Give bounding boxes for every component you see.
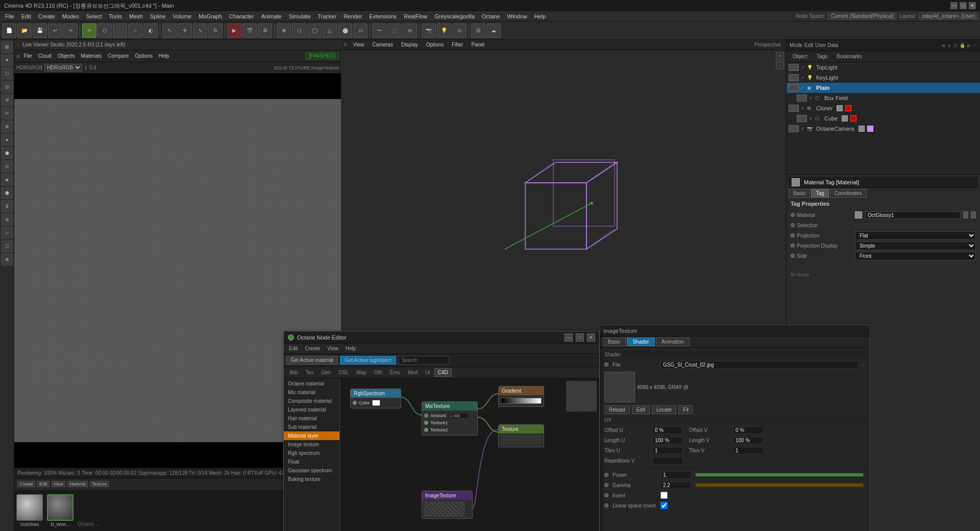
target-btn[interactable]: ⊙ bbox=[452, 23, 467, 38]
vp-zoom-in[interactable]: + bbox=[776, 52, 784, 60]
tab-ui[interactable]: Ui bbox=[422, 368, 433, 377]
oct-linear-check[interactable] bbox=[660, 502, 668, 509]
new-btn[interactable]: 📄 bbox=[2, 23, 16, 38]
camera-btn[interactable]: 📷 bbox=[422, 23, 436, 38]
lv-close-icon[interactable]: ✕ bbox=[16, 42, 20, 47]
visibility-icon-cloner[interactable] bbox=[789, 105, 799, 112]
node-item-baking[interactable]: Baking texture bbox=[284, 475, 339, 484]
vp-menu-options[interactable]: Options bbox=[424, 42, 446, 47]
tab-tag[interactable]: Tag bbox=[811, 189, 828, 198]
locate-btn[interactable]: Locate bbox=[652, 405, 676, 414]
tab-osl[interactable]: OSL bbox=[335, 368, 352, 377]
one-menu-help[interactable]: Help bbox=[342, 345, 359, 352]
scene-item-plain[interactable]: ✓ ▣ Plain bbox=[787, 83, 980, 93]
one-menu-create[interactable]: Create bbox=[302, 345, 323, 352]
material-item-1[interactable]: OctGloss bbox=[16, 494, 43, 527]
node-rgb-spectrum[interactable]: RgbSpectrum Color bbox=[350, 389, 401, 408]
bend-btn[interactable]: 〜 bbox=[372, 23, 386, 38]
side-btn-4[interactable]: ◎ bbox=[1, 81, 13, 93]
oct-offset-u-input[interactable] bbox=[652, 426, 683, 434]
cylinder-btn[interactable]: ⬤ bbox=[338, 23, 352, 38]
node-item-composite[interactable]: Composite material bbox=[284, 397, 339, 405]
menu-simulate[interactable]: Simulate bbox=[286, 12, 314, 20]
view-btn[interactable]: View bbox=[52, 481, 65, 487]
lv-menu-compare[interactable]: Compare bbox=[106, 53, 131, 59]
menu-mesh[interactable]: Mesh bbox=[126, 12, 146, 20]
side-btn-8[interactable]: ♦ bbox=[1, 134, 13, 146]
prop-value-side[interactable]: Front Both Back bbox=[855, 252, 976, 260]
tab-ems[interactable]: Ems bbox=[386, 368, 404, 377]
node-item-hair[interactable]: Hair material bbox=[284, 414, 339, 423]
tab-bookmarks[interactable]: Bookmarks bbox=[832, 53, 866, 60]
node-canvas[interactable]: RgbSpectrum Color MixTexture bbox=[340, 378, 599, 531]
scene-btn[interactable]: ◐ bbox=[143, 23, 158, 38]
side-btn-10[interactable]: ⊙ bbox=[1, 160, 13, 173]
select-btn[interactable]: ↖ bbox=[162, 23, 177, 38]
get-active-tag-btn[interactable]: Get Active tag/object bbox=[340, 356, 396, 365]
node-item-octane-material[interactable]: Octane material bbox=[284, 379, 339, 388]
node-mix-amount-input[interactable] bbox=[448, 413, 469, 419]
node-mix-amount-port[interactable] bbox=[424, 414, 428, 418]
null-btn[interactable]: ⊕ bbox=[277, 23, 291, 38]
menu-volume[interactable]: Volume bbox=[170, 12, 195, 20]
menu-help[interactable]: Help bbox=[531, 12, 549, 20]
node-mix-tex2-port[interactable] bbox=[424, 428, 428, 432]
menu-create[interactable]: Create bbox=[35, 12, 58, 20]
rp-edit[interactable]: Edit bbox=[804, 42, 813, 48]
node-item-float[interactable]: Float bbox=[284, 457, 339, 466]
hdr-select[interactable]: HDR/sRGB bbox=[44, 64, 82, 71]
menu-modes[interactable]: Modes bbox=[59, 12, 82, 20]
render-view-btn[interactable]: 🎬 bbox=[242, 23, 257, 38]
menu-window[interactable]: Window bbox=[504, 12, 530, 20]
side-btn-2[interactable]: ✦ bbox=[1, 54, 13, 66]
visibility-icon-keylight[interactable] bbox=[789, 74, 799, 81]
undo-btn[interactable]: ↩ bbox=[48, 23, 62, 38]
sky-btn[interactable]: ☁ bbox=[486, 23, 501, 38]
vp-menu-filter[interactable]: Filter bbox=[450, 42, 465, 47]
tab-oth[interactable]: Oth bbox=[371, 368, 386, 377]
tab-med[interactable]: Med bbox=[404, 368, 421, 377]
oct-file-value[interactable]: GSG_SI_Crust_02.jpg bbox=[660, 361, 859, 369]
move-btn[interactable]: ✛ bbox=[178, 23, 192, 38]
node-image-texture-bottom[interactable]: ImageTexture bbox=[422, 491, 473, 519]
menu-animate[interactable]: Animate bbox=[258, 12, 284, 20]
visibility-icon-octcam[interactable] bbox=[789, 125, 799, 132]
node-space-value[interactable]: Current (Standard/Physical) bbox=[828, 13, 896, 19]
side-btn-15[interactable]: ☆ bbox=[1, 227, 13, 239]
oct-tiles-v-input[interactable] bbox=[733, 447, 764, 454]
rp-nav-left[interactable]: ◀ bbox=[941, 43, 945, 48]
save-btn[interactable]: 💾 bbox=[33, 23, 47, 38]
boolean-btn[interactable]: ⊖ bbox=[403, 23, 417, 38]
node-item-layered[interactable]: Layered material bbox=[284, 405, 339, 414]
node-mix-tex1-port[interactable] bbox=[424, 421, 428, 425]
point-btn[interactable]: · bbox=[113, 23, 127, 38]
prop-value-material[interactable]: OctGlossy1 bbox=[865, 211, 961, 219]
oct-length-v-input[interactable] bbox=[733, 437, 764, 444]
side-btn-13[interactable]: $ bbox=[1, 200, 13, 212]
lv-menu-help[interactable]: Help bbox=[157, 53, 172, 59]
prop-value-selection[interactable] bbox=[855, 224, 976, 226]
cube-btn[interactable]: ⬡ bbox=[292, 23, 306, 38]
menu-tools[interactable]: Tools bbox=[106, 12, 125, 20]
tab-coordinates[interactable]: Coordinates bbox=[830, 189, 867, 198]
prop-value-projection[interactable]: Flat Cubic Spherical bbox=[855, 231, 976, 240]
light-btn[interactable]: 💡 bbox=[437, 23, 451, 38]
menu-mograph[interactable]: MoGraph bbox=[195, 12, 225, 20]
tab-mat[interactable]: Mat bbox=[286, 368, 302, 377]
rotate-btn[interactable]: ↻ bbox=[208, 23, 223, 38]
node-item-mix[interactable]: Mix material bbox=[284, 388, 339, 397]
side-btn-1[interactable]: ⊞ bbox=[1, 41, 13, 53]
menu-tracker[interactable]: Tracker bbox=[315, 12, 340, 20]
node-item-sub[interactable]: Sub material bbox=[284, 423, 339, 431]
render-settings-btn[interactable]: ⚙ bbox=[258, 23, 272, 38]
model-btn[interactable]: M bbox=[82, 23, 96, 38]
cone-btn[interactable]: △ bbox=[323, 23, 337, 38]
node-rgb-color-swatch[interactable] bbox=[372, 400, 380, 406]
vp-menu-icon[interactable]: ≡ bbox=[344, 42, 347, 47]
menu-extensions[interactable]: Extensions bbox=[366, 12, 400, 20]
material-arrow-btn[interactable] bbox=[971, 211, 976, 219]
vp-zoom-out[interactable]: - bbox=[776, 61, 784, 69]
vp-menu-cameras[interactable]: Cameras bbox=[370, 42, 395, 47]
reload-btn[interactable]: Reload bbox=[604, 405, 630, 414]
material-expand-btn[interactable] bbox=[963, 211, 968, 219]
